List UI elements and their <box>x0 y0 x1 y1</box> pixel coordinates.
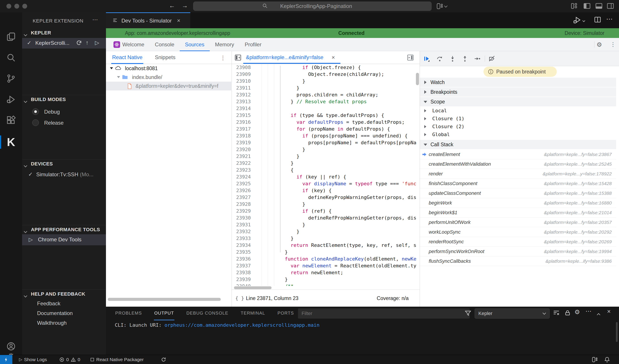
stack-frame-updateclasscomponent[interactable]: updateClassComponent&platform=keple...fy… <box>420 189 616 198</box>
stack-frame-flushsynccallbacks[interactable]: flushSyncCallbacks&platform=keple...ify=… <box>420 256 616 266</box>
code-line-23910[interactable]: 23910 } <box>232 78 420 84</box>
code-line-23915[interactable]: 23915 if (type && type.defaultProps) { <box>232 112 420 119</box>
line-number[interactable]: 23932 <box>232 228 251 235</box>
stack-frame-render[interactable]: render&platform=keple...y=false:178922 <box>420 169 616 179</box>
hide-navigator-icon[interactable] <box>234 54 241 62</box>
line-number[interactable]: 23939 <box>232 276 251 283</box>
explorer-icon[interactable] <box>6 32 16 41</box>
scope-closure-2-[interactable]: Closure (2) <box>420 123 616 131</box>
line-number[interactable]: 23940 <box>232 283 251 286</box>
code-line-23914[interactable]: 23914 <box>232 105 420 112</box>
show-debugger-icon[interactable] <box>407 54 414 62</box>
filter-input[interactable] <box>298 309 470 319</box>
line-number[interactable]: 23915 <box>232 112 251 119</box>
maximize-window-button[interactable] <box>22 4 27 9</box>
line-number[interactable]: 23909 <box>232 71 251 78</box>
tree-item-index-bundle-[interactable]: index.bundle/ <box>106 73 232 82</box>
perf-tools-chevron-icon[interactable] <box>24 228 27 234</box>
scope-closure-1-[interactable]: Closure (1) <box>420 115 616 123</box>
code-line-23917[interactable]: 23917 for (propName in defaultProps) { <box>232 125 420 132</box>
code-line-23919[interactable]: 23919 props[propName] = defaultProps[pro… <box>232 139 420 146</box>
line-number[interactable]: 23912 <box>232 91 251 98</box>
run-app-icon[interactable]: ▷ <box>95 40 99 46</box>
devtools-tab-welcome[interactable]: Welcome <box>108 38 150 51</box>
tree-item-localhost-8081[interactable]: localhost:8081 <box>106 64 232 73</box>
help-item-documentation[interactable]: Documentation <box>22 309 106 318</box>
remote-indicator[interactable] <box>0 355 12 364</box>
section-build-modes[interactable]: BUILD MODES <box>31 97 66 102</box>
kepler-section-chevron-icon[interactable] <box>24 31 27 37</box>
code-line-23940[interactable]: 23940/** <box>232 283 420 286</box>
line-number[interactable]: 23928 <box>232 201 251 208</box>
sidebar-item-keplerscrollingapp[interactable]: ✓ KeplerScrolli... ↑ ▷ <box>22 38 106 49</box>
devtools-tab-sources[interactable]: Sources <box>180 38 210 51</box>
tree-item--platform-kepler-dev-true-minify-f[interactable]: &platform=kepler&dev=true&minify=f <box>106 82 232 91</box>
navigator-more-icon[interactable]: ⋮ <box>220 54 226 61</box>
scope-global[interactable]: Global <box>420 131 616 138</box>
stack-frame-beginwork[interactable]: beginWork&platform=keple...fy=false:1688… <box>420 198 616 208</box>
line-number[interactable]: 23927 <box>232 194 251 201</box>
line-number[interactable]: 23910 <box>232 78 251 84</box>
scope-section[interactable]: Scope <box>420 97 616 106</box>
expand-caret-icon[interactable] <box>117 76 120 78</box>
build-mode-release[interactable]: Release <box>22 118 106 128</box>
restart-app-icon[interactable] <box>76 40 83 48</box>
callstack-section[interactable]: Call Stack <box>420 140 616 149</box>
scope-local[interactable]: Local <box>420 107 616 115</box>
maximize-panel-icon[interactable] <box>597 310 600 318</box>
launch-uri-link[interactable]: orpheus://com.amazondeveloper.keplerscro… <box>165 322 319 328</box>
code-line-23932[interactable]: 23932 } <box>232 228 420 235</box>
resume-script-icon[interactable] <box>423 55 430 62</box>
code-line-23928[interactable]: 23928 } <box>232 201 420 208</box>
line-number[interactable]: 23911 <box>232 84 251 91</box>
panel-tab-problems[interactable]: PROBLEMS <box>115 307 142 320</box>
watch-section[interactable]: Watch <box>420 78 616 87</box>
stack-frame-beginwork-1[interactable]: beginWork$1&platform=keple...fy=false:21… <box>420 208 616 217</box>
panel-settings-icon[interactable]: ⚙ <box>574 309 580 316</box>
line-number[interactable]: 23920 <box>232 146 251 153</box>
line-number[interactable]: 23937 <box>232 262 251 269</box>
push-app-icon[interactable]: ↑ <box>86 39 88 46</box>
code-line-23920[interactable]: 23920 } <box>232 146 420 153</box>
panel-tab-ports[interactable]: PORTS <box>277 307 295 320</box>
split-editor-icon[interactable] <box>594 16 601 24</box>
toggle-panel-icon[interactable] <box>595 3 603 10</box>
search-sidebar-icon[interactable] <box>6 53 16 62</box>
code-line-23909[interactable]: 23909 Object.freeze(childArray); <box>232 71 420 78</box>
devtools-menu-icon[interactable]: ⋮ <box>610 41 616 48</box>
code-line-23933[interactable]: 23933 } <box>232 235 420 242</box>
code-horizontal-scrollbar[interactable] <box>234 286 271 289</box>
run-debug-icon[interactable] <box>6 95 16 104</box>
code-line-23936[interactable]: 23936function cloneAndReplaceKey(oldElem… <box>232 256 420 262</box>
sidebar-item-chrome-dev-tools[interactable]: ▷ Chrome Dev Tools <box>22 234 106 245</box>
code-line-23924[interactable]: 23924 if (key || ref) { <box>232 173 420 180</box>
accounts-icon[interactable] <box>6 341 16 351</box>
devtools-settings-icon[interactable]: ⚙ <box>596 41 602 48</box>
line-number[interactable]: 23908 <box>232 64 251 71</box>
code-line-23911[interactable]: 23911 } <box>232 84 420 91</box>
line-number[interactable]: 23917 <box>232 125 251 132</box>
devtools-tab-profiler[interactable]: Profiler <box>239 38 267 51</box>
line-number[interactable]: 23918 <box>232 132 251 139</box>
sync-icon[interactable] <box>161 355 167 364</box>
stack-frame-renderrootsync[interactable]: renderRootSync&platform=keple...fy=false… <box>420 237 616 247</box>
help-item-feedback[interactable]: Feedback <box>22 299 106 309</box>
build-modes-chevron-icon[interactable] <box>24 97 27 104</box>
breakpoints-section[interactable]: Breakpoints <box>420 87 616 97</box>
stack-frame-performunitofwork[interactable]: performUnitOfWork&platform=keple...fy=fa… <box>420 217 616 227</box>
play-icon[interactable]: ▷ <box>29 237 33 243</box>
code-line-23931[interactable]: 23931 } <box>232 221 420 228</box>
panel-tab-terminal[interactable]: TERMINAL <box>240 307 266 320</box>
line-number[interactable]: 23935 <box>232 249 251 256</box>
source-file-tab[interactable]: &platform=keple...e&minify=false <box>246 51 324 64</box>
code-line-23925[interactable]: 23925 var displayName = typeof type === … <box>232 180 420 187</box>
build-mode-debug[interactable]: Debug <box>22 107 106 117</box>
panel-scrollbar[interactable] <box>616 322 618 342</box>
device-item[interactable]: ✓ Simulator:Tv:SSH (Mo... <box>22 170 106 180</box>
sidebar-more-actions-icon[interactable]: ⋯ <box>92 16 98 23</box>
show-logs-button[interactable]: ▷Show Logs <box>19 355 47 364</box>
editor-more-actions-icon[interactable]: ⋯ <box>606 15 613 23</box>
devtools-tab-memory[interactable]: Memory <box>210 38 239 51</box>
code-line-23935[interactable]: 23935} <box>232 249 420 256</box>
devtools-tab-console[interactable]: Console <box>150 38 180 51</box>
